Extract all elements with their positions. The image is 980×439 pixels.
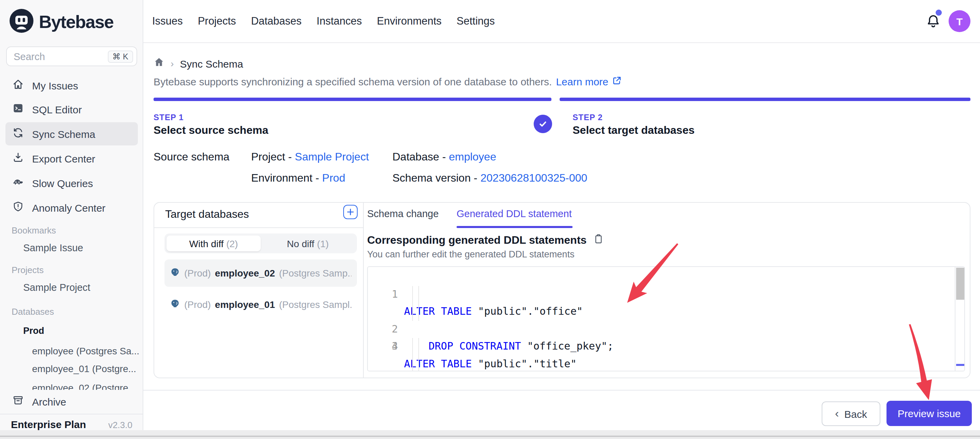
sidebar-item-slow-queries[interactable]: Slow Queries <box>5 171 138 195</box>
code-line: 1 ALTER TABLE "public"."office" <box>368 268 964 286</box>
plan-name: Enterprise Plan <box>11 418 86 430</box>
copy-icon[interactable] <box>593 233 604 247</box>
divider <box>154 227 363 228</box>
brand-name: Bytebase <box>39 11 113 33</box>
code-line: 4 ALTER TABLE "public"."title" <box>368 321 964 338</box>
database-label: Database - <box>392 151 449 163</box>
sidebar-item-my-issues[interactable]: My Issues <box>5 74 138 97</box>
code-scrollbar[interactable] <box>955 267 964 371</box>
divider <box>363 203 364 378</box>
schema-version-link[interactable]: 20230628100325-000 <box>480 172 587 184</box>
step2-progress-bar <box>560 97 970 101</box>
ddl-heading: Corresponding generated DDL statements <box>367 234 587 246</box>
environment-label: Environment - <box>251 172 322 184</box>
code-line: 5 DROP COLUMN "level"; <box>368 338 964 355</box>
sidebar-item-anomaly-center[interactable]: Anomaly Center <box>5 196 138 219</box>
nav-settings[interactable]: Settings <box>457 15 495 27</box>
db-suffix: (Postgres Samp... <box>279 268 352 279</box>
tab-label: No diff <box>287 238 314 249</box>
scrollbar-thumb[interactable] <box>956 268 964 300</box>
home-breadcrumb-icon[interactable] <box>154 57 164 70</box>
search-input[interactable]: Search ⌘ K <box>6 46 137 66</box>
sidebar-item-sql-editor[interactable]: SQL Editor <box>5 97 138 121</box>
tab-label: With diff <box>189 238 224 249</box>
tab-no-diff[interactable]: No diff (1) <box>261 236 355 251</box>
sync-panel: Target databases With diff (2) No diff (… <box>154 202 970 378</box>
notification-bell-icon[interactable] <box>925 14 941 32</box>
tab-count: (2) <box>226 238 238 249</box>
nav-instances[interactable]: Instances <box>317 15 362 27</box>
sidebar-item-label: Export Center <box>32 153 95 164</box>
sidebar-db-employee-01[interactable]: employee_01 (Postgre... <box>32 363 140 374</box>
project-label: Project - <box>251 151 295 163</box>
step2-label: STEP 2 <box>573 113 603 122</box>
db-name: employee_02 <box>215 268 275 279</box>
avatar[interactable]: T <box>948 10 970 32</box>
sidebar-item-label: SQL Editor <box>32 104 82 115</box>
learn-more-link[interactable]: Learn more <box>556 76 608 88</box>
download-icon <box>12 152 24 165</box>
window-bottom-line <box>0 436 980 437</box>
sidebar-item-sync-schema[interactable]: Sync Schema <box>5 122 138 145</box>
nav-environments[interactable]: Environments <box>377 15 442 27</box>
sidebar-db-group-prod: Prod <box>23 326 45 336</box>
bytebase-app: Bytebase Search ⌘ K My Issues SQL Editor… <box>0 0 980 439</box>
breadcrumb-current: Sync Schema <box>180 58 243 69</box>
sidebar-item-label: Sync Schema <box>32 128 95 140</box>
indent-guide <box>412 338 413 355</box>
bytebase-logo-icon <box>9 8 34 36</box>
db-env: (Prod) <box>184 268 211 279</box>
db-suffix: (Postgres Sampl... <box>279 299 352 310</box>
sidebar-item-export-center[interactable]: Export Center <box>5 147 138 170</box>
search-placeholder: Search <box>14 51 108 62</box>
tab-schema-change[interactable]: Schema change <box>367 208 439 219</box>
external-link-icon[interactable] <box>612 76 622 88</box>
db-name: employee_01 <box>215 299 275 310</box>
shield-icon <box>12 201 24 214</box>
back-label: Back <box>844 408 867 420</box>
nav-issues[interactable]: Issues <box>152 15 183 27</box>
environment-link[interactable]: Prod <box>322 172 345 184</box>
database-link[interactable]: employee <box>449 151 496 163</box>
sidebar-section-bookmarks: Bookmarks <box>11 225 56 236</box>
active-tab-underline <box>457 226 573 228</box>
step2-title: Select target databases <box>573 124 695 137</box>
ddl-subheading: You can further edit the generated DDL s… <box>367 249 574 259</box>
target-db-item-employee-01[interactable]: (Prod) employee_01 (Postgres Sampl... <box>164 292 357 316</box>
indent-guide <box>418 286 419 303</box>
sidebar-item-sample-issue[interactable]: Sample Issue <box>23 243 83 253</box>
back-button[interactable]: ‹ Back <box>822 401 880 426</box>
project-link[interactable]: Sample Project <box>295 151 369 163</box>
sidebar-item-label: Anomaly Center <box>32 202 105 213</box>
sidebar-item-label: Archive <box>32 396 66 407</box>
postgres-icon <box>170 267 180 279</box>
indent-guide <box>412 355 413 371</box>
source-environment: Environment - Prod <box>251 172 345 184</box>
add-target-database-button[interactable] <box>343 205 358 219</box>
indent-guide <box>412 286 413 303</box>
sidebar-db-employee[interactable]: employee (Postgres Sa... <box>32 345 140 356</box>
source-version: Schema version - 20230628100325-000 <box>392 172 587 184</box>
indent-guide <box>418 338 419 355</box>
preview-issue-button[interactable]: Preview issue <box>886 401 972 426</box>
tab-with-diff[interactable]: With diff (2) <box>167 236 261 251</box>
step1-title: Select source schema <box>154 124 268 137</box>
bytebase-logo[interactable]: Bytebase <box>9 8 113 36</box>
nav-projects[interactable]: Projects <box>198 15 236 27</box>
diff-filter-tabs: With diff (2) No diff (1) <box>164 233 357 253</box>
ddl-code-editor[interactable]: 1 ALTER TABLE "public"."office" 2 DROP C… <box>367 266 965 371</box>
tab-generated-ddl[interactable]: Generated DDL statement <box>457 208 571 219</box>
sidebar-item-sample-project[interactable]: Sample Project <box>23 282 91 293</box>
target-databases-title: Target databases <box>165 208 249 220</box>
source-project: Project - Sample Project <box>251 151 369 163</box>
step1-progress-bar <box>154 97 551 101</box>
target-db-item-employee-02[interactable]: (Prod) employee_02 (Postgres Samp... <box>164 259 357 287</box>
sync-icon <box>12 127 24 140</box>
notification-badge <box>935 10 942 16</box>
version-label: Schema version - <box>392 172 480 184</box>
intro-line: Bytebase supports synchronizing a specif… <box>154 76 622 88</box>
terminal-icon <box>12 102 24 116</box>
nav-databases[interactable]: Databases <box>251 15 302 27</box>
sidebar-item-archive[interactable]: Archive <box>5 390 138 413</box>
sidebar-section-databases: Databases <box>11 307 54 317</box>
